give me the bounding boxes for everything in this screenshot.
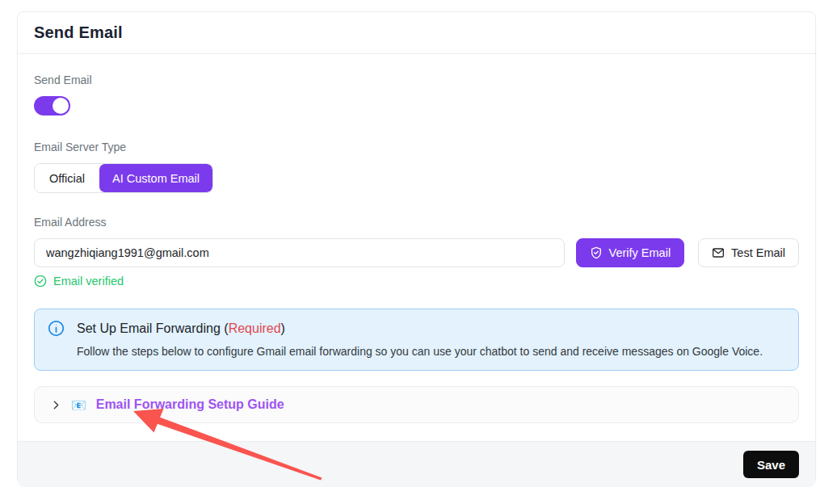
email-address-section: Email Address Verify Email — [34, 216, 799, 288]
send-email-label: Send Email — [34, 74, 799, 86]
email-server-type-label: Email Server Type — [34, 141, 799, 153]
guide-title-link: Email Forwarding Setup Guide — [96, 397, 284, 412]
server-type-official-button[interactable]: Official — [35, 164, 99, 192]
info-box-title: Set Up Email Forwarding (Required) — [77, 321, 285, 336]
email-forwarding-info-box: Set Up Email Forwarding (Required) Follo… — [34, 309, 799, 371]
check-circle-icon — [34, 275, 47, 288]
email-emoji-icon: 📧 — [71, 399, 86, 411]
email-address-row: Verify Email Test Email — [34, 238, 799, 267]
info-required-text: Required — [229, 321, 281, 335]
toggle-knob — [53, 98, 69, 114]
info-box-header: Set Up Email Forwarding (Required) — [48, 320, 785, 337]
page-title: Send Email — [34, 23, 799, 42]
envelope-icon — [712, 246, 725, 259]
info-icon — [48, 320, 65, 337]
info-box-description: Follow the steps below to configure Gmai… — [48, 345, 785, 358]
send-email-section: Send Email — [34, 74, 799, 116]
shield-check-icon — [590, 246, 603, 259]
chevron-right-icon — [51, 400, 61, 410]
send-email-toggle[interactable] — [34, 96, 70, 116]
email-server-type-section: Email Server Type Official AI Custom Ema… — [34, 141, 799, 193]
email-verified-label: Email verified — [53, 275, 124, 288]
info-title-text: Set Up Email Forwarding — [77, 321, 221, 335]
verify-email-label: Verify Email — [609, 246, 671, 259]
info-title-paren-close: ) — [281, 321, 285, 335]
test-email-label: Test Email — [731, 246, 785, 259]
send-email-card: Send Email Send Email Email Server Type … — [17, 11, 816, 485]
email-address-input[interactable] — [34, 238, 565, 267]
email-forwarding-guide-toggle[interactable]: 📧 Email Forwarding Setup Guide — [34, 386, 799, 423]
email-address-label: Email Address — [34, 216, 799, 229]
card-body: Send Email Email Server Type Official AI… — [18, 54, 815, 441]
test-email-button[interactable]: Test Email — [698, 238, 799, 267]
card-header: Send Email — [18, 12, 815, 54]
save-button[interactable]: Save — [743, 451, 799, 478]
info-title-paren-open: ( — [221, 321, 229, 335]
email-server-type-group: Official AI Custom Email — [34, 163, 213, 193]
card-footer: Save — [18, 441, 815, 487]
verify-email-button[interactable]: Verify Email — [576, 238, 685, 267]
email-verified-status: Email verified — [34, 275, 799, 288]
server-type-ai-custom-email-button[interactable]: AI Custom Email — [99, 164, 212, 192]
